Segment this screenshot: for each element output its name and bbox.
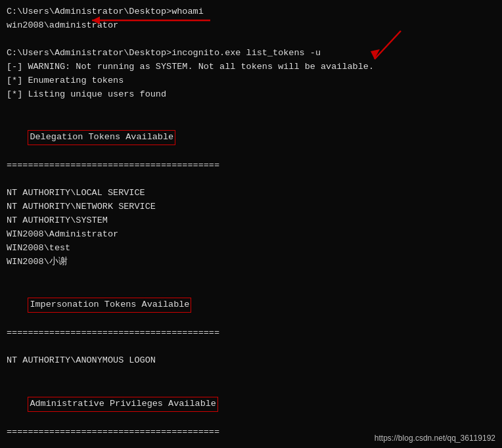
line-enum: [*] Enumerating tokens [7,74,495,88]
line-section-delegation: Delegation Tokens Available [7,115,495,159]
line-prompt1: C:\Users\Administrator\Desktop>whoami [7,5,495,19]
line-deleg5: WIN2008\test [7,242,495,256]
line-section-admin: Administrative Privileges Available [7,382,495,426]
red-arrow-2 [361,28,427,64]
svg-line-2 [375,31,401,59]
line-blank3 [7,173,495,187]
impersonation-header: Impersonation Tokens Available [28,298,191,313]
line-deleg3: NT AUTHORITY\SYSTEM [7,214,495,228]
line-blank5 [7,340,495,354]
red-arrow-1 [85,13,217,28]
line-deleg1: NT AUTHORITY\LOCAL SERVICE [7,187,495,200]
svg-marker-1 [92,16,100,24]
line-deleg2: NT AUTHORITY\NETWORK SERVICE [7,200,495,214]
watermark: https://blog.csdn.net/qq_36119192 [375,434,495,443]
line-blank6 [7,368,495,382]
line-deleg6: WIN2008\小谢 [7,256,495,269]
delegation-header: Delegation Tokens Available [28,130,175,145]
line-sep2: ======================================== [7,326,495,340]
line-blank2 [7,101,495,115]
line-listing: [*] Listing unique users found [7,88,495,102]
line-sep1: ======================================== [7,159,495,173]
admin-header: Administrative Privileges Available [28,397,218,412]
line-blank4 [7,269,495,283]
line-deleg4: WIN2008\Administrator [7,228,495,242]
terminal-window: C:\Users\Administrator\Desktop>whoami wi… [0,0,502,448]
line-section-impersonation: Impersonation Tokens Available [7,282,495,326]
line-impers1: NT AUTHORITY\ANONYMOUS LOGON [7,354,495,368]
